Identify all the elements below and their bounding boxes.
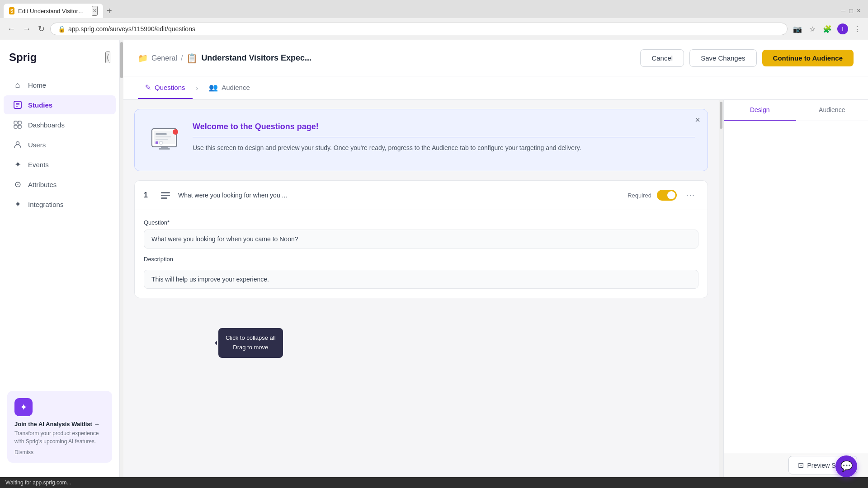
menu-icon[interactable]: ⋮ — [852, 23, 863, 35]
audience-tab-label: Audience — [222, 84, 250, 91]
sidebar-item-events[interactable]: ✦ Events — [4, 155, 116, 174]
question-body: Question* What were you looking for when… — [135, 210, 708, 298]
question-header: 1 What were you looking for when you ...… — [135, 181, 708, 210]
sidebar-item-attributes[interactable]: ⊙ Attributes — [4, 175, 116, 194]
question-field-input[interactable]: What were you looking for when you came … — [144, 230, 698, 249]
promo-desc: Transform your product experience with S… — [14, 429, 105, 446]
sidebar-nav: ⌂ Home Studies — [0, 75, 119, 384]
svg-rect-6 — [14, 125, 17, 128]
audience-tab-icon: 👥 — [209, 83, 218, 92]
camera-off-icon[interactable]: 📷 — [791, 23, 804, 35]
tooltip-line1: Click to collapse all — [226, 333, 276, 343]
question-number: 1 — [144, 191, 153, 199]
main-content: 📁 General / 📋 Understand Visitors Expec.… — [123, 40, 868, 477]
welcome-card: × — [134, 109, 708, 171]
promo-dismiss-button[interactable]: Dismiss — [14, 449, 105, 455]
integrations-icon: ✦ — [13, 199, 23, 209]
required-label: Required — [627, 192, 651, 199]
sidebar-collapse-button[interactable]: ⟨ — [105, 52, 110, 63]
cancel-button[interactable]: Cancel — [640, 49, 684, 67]
status-bar: Waiting for app.sprig.com... — [0, 477, 868, 488]
toggle-slider — [657, 190, 677, 201]
browser-nav-icons: 📷 ☆ 🧩 I ⋮ — [791, 23, 863, 35]
question-menu-button[interactable]: ⋯ — [682, 188, 698, 202]
page-header: 📁 General / 📋 Understand Visitors Expec.… — [123, 40, 868, 76]
questions-tab-icon: ✎ — [145, 83, 151, 92]
tab-close-button[interactable]: × — [92, 6, 98, 16]
description-field-input[interactable]: This will help us improve your experienc… — [144, 270, 698, 289]
sidebar-item-dashboards[interactable]: Dashboards — [4, 115, 116, 134]
forward-button[interactable]: → — [21, 23, 33, 36]
welcome-illustration — [147, 122, 184, 158]
lock-icon: 🔒 — [58, 25, 66, 33]
svg-rect-11 — [156, 133, 167, 135]
promo-title[interactable]: Join the AI Analysis Waitlist → — [14, 421, 105, 427]
extensions-icon[interactable]: 🧩 — [821, 23, 834, 35]
sidebar-item-label: Dashboards — [28, 121, 65, 129]
welcome-description: Use this screen to design and preview yo… — [193, 143, 695, 153]
chat-button[interactable]: 💬 — [835, 455, 857, 477]
question-preview-text: What were you looking for when you ... — [178, 192, 622, 199]
content-scrollbar[interactable] — [719, 100, 723, 477]
nav-bar: ← → ↻ 🔒 app.sprig.com/surveys/115990/edi… — [0, 18, 868, 40]
new-tab-button[interactable]: + — [103, 6, 116, 16]
required-toggle[interactable] — [657, 190, 677, 201]
right-panel: Design Audience ⊡ Preview Study — [723, 100, 868, 477]
main-tabs-bar: ✎ Questions › 👥 Audience — [123, 76, 868, 100]
address-bar[interactable]: 🔒 app.sprig.com/surveys/115990/edit/ques… — [50, 23, 788, 35]
ai-promo-card: ✦ Join the AI Analysis Waitlist → Transf… — [7, 391, 112, 463]
status-text: Waiting for app.sprig.com... — [5, 479, 71, 486]
sidebar-item-home[interactable]: ⌂ Home — [4, 75, 116, 94]
sidebar: Sprig ⟨ ⌂ Home Studies — [0, 40, 120, 477]
save-changes-button[interactable]: Save Changes — [689, 49, 756, 67]
question-type-icon — [158, 188, 173, 202]
svg-rect-21 — [161, 197, 167, 199]
svg-rect-12 — [156, 136, 171, 137]
sidebar-item-label: Users — [28, 141, 46, 149]
minimize-icon[interactable]: ─ — [841, 7, 845, 14]
continue-to-audience-button[interactable]: Continue to Audience — [762, 50, 854, 66]
dashboards-icon — [13, 120, 23, 130]
welcome-close-button[interactable]: × — [695, 115, 700, 125]
logo-text: Sprig — [9, 51, 37, 64]
sidebar-item-label: Studies — [28, 101, 52, 109]
sidebar-scrollbar[interactable] — [120, 40, 123, 477]
profile-icon[interactable]: I — [837, 23, 848, 34]
tab-bar: S Edit Understand Visitors Expecta... × … — [0, 0, 868, 18]
tooltip-box: Click to collapse all Drag to move — [218, 328, 283, 358]
right-panel-tab-audience[interactable]: Audience — [796, 100, 868, 121]
svg-rect-7 — [18, 125, 21, 128]
sidebar-scrollbar-thumb — [120, 42, 123, 78]
right-panel-tab-design[interactable]: Design — [724, 100, 796, 121]
maximize-icon[interactable]: □ — [849, 7, 853, 14]
back-button[interactable]: ← — [5, 23, 17, 36]
sidebar-item-studies[interactable]: Studies — [4, 95, 116, 114]
tab-questions[interactable]: ✎ Questions — [138, 77, 193, 99]
tab-chevron: › — [196, 84, 198, 92]
questions-panel: × — [123, 100, 719, 477]
description-field-label: Description — [144, 256, 698, 263]
browser-chrome: S Edit Understand Visitors Expecta... × … — [0, 0, 868, 40]
svg-point-18 — [173, 129, 178, 135]
folder-icon: 📁 — [138, 53, 148, 63]
sidebar-item-label: Home — [28, 81, 46, 89]
close-icon[interactable]: × — [857, 7, 861, 15]
right-panel-content — [724, 121, 868, 453]
svg-rect-20 — [161, 195, 170, 196]
active-tab[interactable]: S Edit Understand Visitors Expecta... × — [4, 4, 103, 18]
question-field-label: Question* — [144, 219, 698, 226]
tooltip-line2: Drag to move — [226, 343, 276, 352]
welcome-title: Welcome to the Questions page! — [193, 122, 695, 137]
bookmark-icon[interactable]: ☆ — [807, 23, 817, 35]
questions-tab-label: Questions — [155, 84, 185, 91]
sidebar-item-label: Events — [28, 161, 49, 169]
sidebar-item-users[interactable]: Users — [4, 135, 116, 154]
svg-rect-4 — [14, 121, 17, 124]
url-text: app.sprig.com/surveys/115990/edit/questi… — [68, 25, 195, 33]
tab-audience[interactable]: 👥 Audience — [202, 77, 257, 99]
sidebar-item-integrations[interactable]: ✦ Integrations — [4, 195, 116, 214]
reload-button[interactable]: ↻ — [36, 22, 47, 36]
svg-rect-15 — [160, 141, 162, 144]
home-icon: ⌂ — [13, 80, 23, 90]
content-area: × — [123, 100, 868, 477]
